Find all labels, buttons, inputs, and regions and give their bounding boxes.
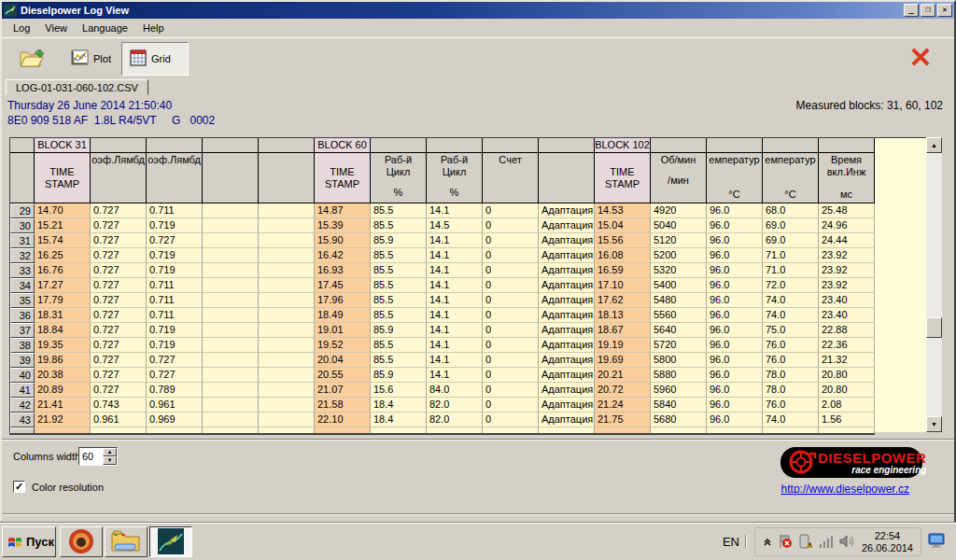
grid-cell[interactable]: 23.92 bbox=[819, 248, 875, 263]
grid-cell[interactable]: 24.96 bbox=[819, 218, 875, 233]
grid-cell[interactable]: 0 bbox=[483, 368, 539, 383]
grid-cell[interactable]: 0.711 bbox=[147, 308, 203, 323]
grid-cell[interactable]: 18.4 bbox=[371, 413, 427, 427]
grid-cell[interactable]: 0.719 bbox=[147, 248, 203, 263]
grid-cell[interactable]: 76.0 bbox=[763, 353, 819, 368]
grid-cell[interactable]: 21.24 bbox=[595, 398, 651, 413]
grid-cell[interactable]: 76.0 bbox=[763, 398, 819, 413]
show-desktop-icon[interactable] bbox=[928, 533, 947, 552]
grid-cell[interactable]: 19.35 bbox=[35, 338, 91, 353]
grid-cell[interactable]: 85.5 bbox=[371, 263, 427, 278]
grid-cell[interactable]: 5040 bbox=[651, 218, 707, 233]
grid-cell[interactable]: 0 bbox=[483, 323, 539, 338]
grid-cell[interactable]: 14.1 bbox=[427, 353, 483, 368]
grid-cell[interactable]: 0.961 bbox=[147, 398, 203, 413]
grid-cell[interactable]: 20.04 bbox=[315, 353, 371, 368]
row-number-button[interactable]: 42 bbox=[10, 398, 35, 413]
color-resolution-checkbox[interactable]: ✓ bbox=[13, 481, 25, 493]
grid-cell[interactable]: 69.0 bbox=[763, 218, 819, 233]
row-number-button[interactable]: 33 bbox=[10, 263, 35, 278]
grid-cell[interactable] bbox=[259, 263, 315, 278]
grid-cell[interactable]: 0 bbox=[483, 293, 539, 308]
grid-cell[interactable]: 0.727 bbox=[91, 218, 147, 233]
grid-cell[interactable]: 96.0 bbox=[707, 278, 763, 293]
grid-cell[interactable]: 19.01 bbox=[315, 323, 371, 338]
restore-button[interactable]: ❐ bbox=[921, 4, 935, 17]
row-number-button[interactable]: 40 bbox=[10, 368, 35, 383]
device-warning-icon[interactable] bbox=[798, 534, 813, 551]
grid-cell[interactable]: 85.5 bbox=[371, 293, 427, 308]
grid-cell[interactable] bbox=[203, 413, 259, 427]
grid-cell[interactable]: 0 bbox=[483, 353, 539, 368]
grid-cell[interactable]: 20.72 bbox=[595, 383, 651, 398]
grid-cell[interactable]: 0.727 bbox=[91, 248, 147, 263]
grid-cell[interactable]: 14.1 bbox=[427, 278, 483, 293]
grid-cell[interactable]: Адаптация bbox=[539, 353, 595, 368]
grid-cell[interactable]: Адаптация bbox=[539, 278, 595, 293]
grid-cell[interactable]: 14.70 bbox=[35, 203, 91, 218]
grid-cell[interactable]: 85.5 bbox=[371, 338, 427, 353]
grid-cell[interactable]: 0.727 bbox=[91, 278, 147, 293]
grid-cell[interactable]: 96.0 bbox=[707, 308, 763, 323]
grid-cell[interactable]: 96.0 bbox=[707, 323, 763, 338]
grid-cell[interactable]: 20.89 bbox=[35, 383, 91, 398]
row-number-button[interactable]: 32 bbox=[10, 248, 35, 263]
grid-cell[interactable]: 18.67 bbox=[595, 323, 651, 338]
grid-cell[interactable]: 0 bbox=[483, 338, 539, 353]
grid-cell[interactable]: 0.727 bbox=[91, 308, 147, 323]
start-button[interactable]: Пуск bbox=[2, 526, 56, 557]
grid-cell[interactable] bbox=[203, 218, 259, 233]
grid-cell[interactable]: 0.727 bbox=[147, 233, 203, 248]
grid-cell[interactable]: 5800 bbox=[651, 353, 707, 368]
grid-cell[interactable]: 23.40 bbox=[819, 293, 875, 308]
grid-cell[interactable]: 16.59 bbox=[595, 263, 651, 278]
grid-cell[interactable] bbox=[259, 323, 315, 338]
grid-cell[interactable] bbox=[259, 233, 315, 248]
grid-cell[interactable]: 0.727 bbox=[91, 368, 147, 383]
grid-cell[interactable]: 16.76 bbox=[35, 263, 91, 278]
grid-cell[interactable]: 5680 bbox=[651, 413, 707, 427]
grid-cell[interactable]: 22.88 bbox=[819, 323, 875, 338]
grid-cell[interactable] bbox=[203, 308, 259, 323]
grid-cell[interactable]: 0.727 bbox=[91, 323, 147, 338]
grid-cell[interactable] bbox=[259, 353, 315, 368]
grid-cell[interactable]: Адаптация bbox=[539, 293, 595, 308]
grid-cell[interactable]: 72.0 bbox=[763, 278, 819, 293]
grid-cell[interactable]: 5320 bbox=[651, 263, 707, 278]
grid-cell[interactable]: 15.39 bbox=[315, 218, 371, 233]
grid-cell[interactable]: 0.969 bbox=[147, 413, 203, 427]
scroll-up-button[interactable]: ▲ bbox=[926, 137, 942, 153]
grid-cell[interactable]: 24.44 bbox=[819, 233, 875, 248]
grid-cell[interactable]: 14.1 bbox=[427, 293, 483, 308]
grid-cell[interactable]: 0 bbox=[483, 248, 539, 263]
grid-cell[interactable]: 17.79 bbox=[35, 293, 91, 308]
grid-cell[interactable]: 96.0 bbox=[707, 203, 763, 218]
grid-cell[interactable]: Адаптация bbox=[539, 338, 595, 353]
grid-cell[interactable]: 96.0 bbox=[707, 368, 763, 383]
grid-cell[interactable]: 5880 bbox=[651, 368, 707, 383]
grid-cell[interactable] bbox=[203, 368, 259, 383]
grid-cell[interactable] bbox=[203, 293, 259, 308]
grid-cell[interactable]: 14.1 bbox=[427, 248, 483, 263]
grid-cell[interactable]: 85.5 bbox=[371, 353, 427, 368]
grid-cell[interactable]: 22.10 bbox=[315, 413, 371, 427]
scroll-down-button[interactable]: ▼ bbox=[926, 416, 942, 432]
grid-cell[interactable]: 0.727 bbox=[91, 293, 147, 308]
grid-cell[interactable]: 21.75 bbox=[595, 413, 651, 427]
menu-log[interactable]: Log bbox=[6, 21, 37, 35]
grid-cell[interactable]: 19.69 bbox=[595, 353, 651, 368]
grid-cell[interactable]: 15.56 bbox=[595, 233, 651, 248]
grid-cell[interactable] bbox=[259, 413, 315, 427]
grid-cell[interactable]: 84.0 bbox=[427, 383, 483, 398]
grid-cell[interactable]: 74.0 bbox=[763, 308, 819, 323]
grid-cell[interactable]: 20.55 bbox=[315, 368, 371, 383]
grid-cell[interactable]: 5720 bbox=[651, 338, 707, 353]
grid-cell[interactable]: 78.0 bbox=[763, 383, 819, 398]
grid-cell[interactable]: 0.727 bbox=[91, 353, 147, 368]
grid-cell[interactable]: 5400 bbox=[651, 278, 707, 293]
grid-cell[interactable] bbox=[203, 323, 259, 338]
grid-cell[interactable]: 0.727 bbox=[91, 263, 147, 278]
grid-cell[interactable]: 2.08 bbox=[819, 398, 875, 413]
grid-cell[interactable]: Адаптация bbox=[539, 308, 595, 323]
grid-cell[interactable] bbox=[203, 398, 259, 413]
